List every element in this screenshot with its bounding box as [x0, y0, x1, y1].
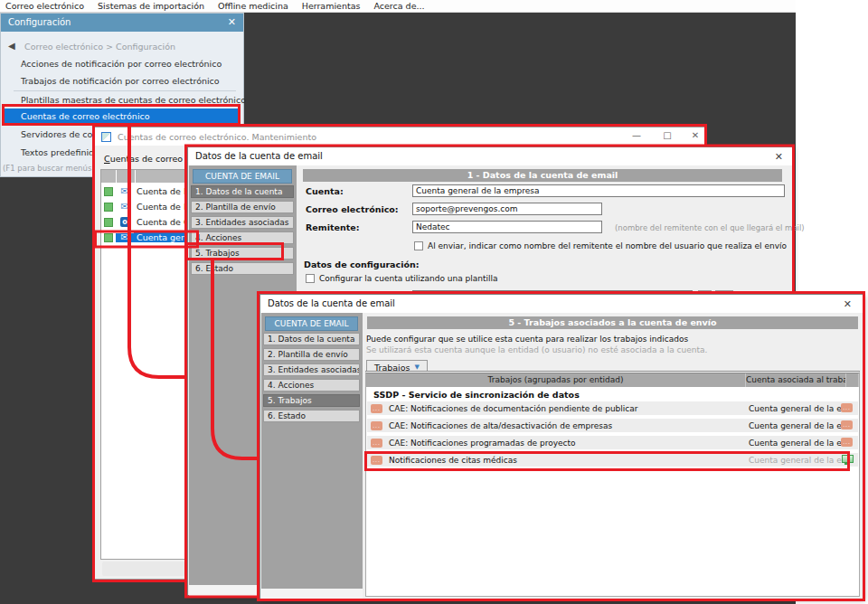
config-panel-title: Configuración — [1, 14, 243, 32]
maximize-icon[interactable]: □ — [657, 130, 677, 140]
remitente-input[interactable] — [412, 221, 602, 233]
close-icon[interactable]: ✕ — [685, 130, 705, 140]
ellipsis-icon[interactable]: ... — [371, 404, 382, 413]
menu-bar: Correo electrónico Sistemas de importaci… — [0, 0, 796, 13]
jobs-group-header: SSDP - Servicio de sincronización de dat… — [366, 387, 859, 401]
minimize-icon[interactable]: — — [627, 130, 646, 140]
close-icon[interactable]: ✕ — [775, 151, 783, 163]
jobs-description: Puede configurar que se utilice esta cue… — [366, 335, 688, 344]
column-header-account: Cuenta asociada al trabajo — [746, 373, 846, 387]
menu-item-sistemas[interactable]: Sistemas de importación — [98, 1, 204, 11]
step-estado[interactable]: 6. Estado — [263, 410, 360, 422]
step-plantilla-envio[interactable]: 2. Plantilla de envío — [191, 201, 294, 213]
ellipsis-icon[interactable]: ... — [371, 439, 382, 448]
sender-name-checkbox[interactable] — [414, 241, 423, 250]
config-item-textos[interactable]: Textos predefinidos — [21, 147, 104, 157]
template-checkbox[interactable] — [306, 274, 315, 283]
dialog2-sidebar-footer — [261, 589, 363, 599]
close-icon[interactable]: ✕ — [844, 298, 852, 310]
step-trabajos[interactable]: 5. Trabajos — [191, 247, 294, 260]
envelope-icon: ✉ — [120, 203, 128, 212]
jobs-table: Trabajos (agrupadas por entidad) Cuenta … — [365, 371, 860, 597]
menu-item-herramientas[interactable]: Herramientas — [302, 1, 361, 11]
menu-item-offline[interactable]: Offline medicina — [218, 1, 288, 11]
cuentas-de-correo-menu-button[interactable]: Cuentas de correo ▼ — [104, 151, 192, 165]
close-icon[interactable]: ✕ — [228, 16, 236, 28]
template-checkbox-label: Configurar la cuenta utilizando una plan… — [319, 274, 498, 283]
config-item-acciones[interactable]: Acciones de notificación por correo elec… — [21, 59, 222, 69]
menu-item-correo[interactable]: Correo electrónico — [5, 1, 84, 11]
envelope-icon: ✉ — [120, 187, 128, 196]
config-item-plantillas[interactable]: Plantillas maestras de cuentas de correo… — [21, 95, 246, 105]
monitor-icon[interactable] — [842, 455, 853, 465]
job-row[interactable]: ... CAE: Notificaciones programadas de p… — [367, 436, 858, 449]
job-row-citas-medicas[interactable]: ... Notificaciones de citas médicas Cuen… — [367, 453, 858, 467]
step-entidades[interactable]: 3. Entidades asociadas — [191, 216, 294, 229]
window-icon — [101, 132, 111, 142]
ellipsis-icon[interactable]: ... — [371, 421, 382, 430]
maintenance-titlebar: Cuentas de correo electrónico. Mantenimi… — [95, 127, 704, 146]
ellipsis-icon[interactable]: ... — [371, 456, 382, 465]
menu-item-acerca[interactable]: Acerca de... — [373, 1, 424, 11]
dialog-account-jobs: Datos de la cuenta de email ✕ CUENTA DE … — [259, 294, 863, 599]
dialog2-panel: 5 - Trabajos asociados a la cuenta de en… — [363, 313, 863, 599]
sender-note: (nombre del remitente con el que llegará… — [615, 223, 805, 232]
dialog1-panel-header: 1 - Datos de la cuenta de email — [303, 169, 782, 182]
step-datos-cuenta[interactable]: 1. Datos de la cuenta — [191, 185, 294, 198]
status-green-icon — [104, 187, 113, 196]
section-datos-configuracion: Datos de configuración: — [304, 260, 419, 269]
step-datos-cuenta[interactable]: 1. Datos de la cuenta — [263, 333, 360, 345]
envelope-icon: ✉ — [120, 233, 128, 242]
field-label-correo: Correo electrónico: — [306, 204, 399, 214]
job-row[interactable]: ... CAE: Notificaciones de alta/desactiv… — [367, 419, 858, 432]
jobs-table-header: Trabajos (agrupadas por entidad) Cuenta … — [366, 373, 859, 387]
config-item-cuentas-selected[interactable]: Cuentas de correo electrónico — [4, 109, 241, 125]
field-label-remitente: Remitente: — [306, 222, 359, 232]
column-header-actions — [846, 373, 859, 387]
cuentas-de-correo-label: Cuentas de correo — [104, 154, 183, 164]
step-acciones[interactable]: 4. Acciones — [263, 379, 360, 392]
job-row[interactable]: ... CAE: Notificaciones de documentación… — [367, 401, 858, 415]
step-trabajos[interactable]: 5. Trabajos — [263, 394, 360, 407]
ellipsis-icon[interactable]: ... — [841, 403, 853, 412]
config-item-servidores[interactable]: Servidores de corre — [21, 129, 105, 139]
column-header-jobs: Trabajos (agrupadas por entidad) — [366, 373, 746, 387]
step-plantilla-envio[interactable]: 2. Plantilla de envío — [263, 348, 360, 361]
ellipsis-icon[interactable]: ... — [841, 420, 853, 429]
step-estado[interactable]: 6. Estado — [191, 262, 294, 275]
config-item-trabajos[interactable]: Trabajos de notificación por correo elec… — [21, 76, 220, 86]
ellipsis-icon[interactable]: ... — [841, 438, 853, 447]
dialog2-title: Datos de la cuenta de email — [260, 295, 863, 313]
outlook-icon: o — [120, 217, 130, 227]
dialog1-sidebar-header: CUENTA DE EMAIL — [193, 169, 292, 184]
breadcrumb: Correo electrónico > Configuración — [24, 42, 175, 52]
cuenta-input[interactable] — [412, 184, 785, 197]
jobs-description-secondary: Se utilizará esta cuenta aunque la entid… — [366, 345, 707, 354]
divider — [14, 90, 236, 91]
step-entidades[interactable]: 3. Entidades asociadas — [263, 363, 360, 376]
status-green-icon — [104, 203, 113, 212]
correo-input[interactable] — [412, 203, 602, 215]
dialog2-panel-header: 5 - Trabajos asociados a la cuenta de en… — [367, 316, 858, 329]
status-green-icon — [104, 218, 113, 227]
dialog2-sidebar-header: CUENTA DE EMAIL — [265, 316, 358, 331]
status-green-icon — [104, 233, 113, 242]
sender-name-checkbox-label: Al enviar, indicar como nombre del remit… — [428, 241, 787, 250]
field-label-cuenta: Cuenta: — [306, 186, 344, 196]
step-acciones[interactable]: 4. Acciones — [191, 231, 294, 244]
maintenance-window-title: Cuentas de correo electrónico. Mantenimi… — [118, 132, 316, 142]
chevron-down-icon: ▼ — [415, 363, 420, 371]
screenshot-root: Correo electrónico Sistemas de importaci… — [0, 0, 868, 604]
dialog1-title: Datos de la cuenta de email — [188, 147, 792, 165]
back-icon[interactable]: ◀ — [8, 41, 15, 51]
